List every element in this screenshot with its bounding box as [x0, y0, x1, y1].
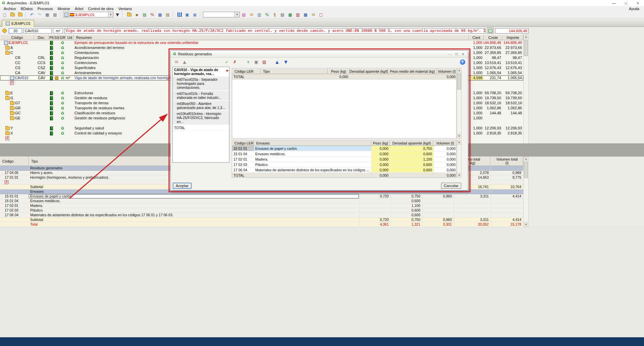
scroll-down-icon[interactable]: ▼ [524, 222, 528, 227]
mat-header-1[interactable]: Tipo [261, 68, 328, 74]
secondary-selector[interactable]: ▼ [203, 12, 240, 17]
envase-row-17 06 04[interactable]: 17 06 04Materiales de aislamiento distin… [232, 167, 456, 173]
job-dropdown-icon[interactable]: ▼ [114, 11, 121, 18]
insert-marker-icon[interactable]: ✗ [10, 81, 14, 85]
confirm-icon[interactable]: ✓ [223, 59, 230, 65]
percent-icon[interactable]: % [149, 11, 156, 18]
code-cell[interactable]: GE [0, 116, 34, 121]
peso-cell[interactable]: 0,000 [371, 151, 390, 156]
envase-name-cell[interactable]: Plástico. [254, 162, 371, 167]
menu-mostrar[interactable]: Mostrar [55, 7, 72, 11]
tipo-cell[interactable]: Materiales de aislamiento distintos de l… [29, 213, 359, 217]
code-cell[interactable]: CAV010 [0, 75, 34, 80]
densidad-cell[interactable]: 0,600 [390, 151, 433, 156]
open-job-icon[interactable] [9, 11, 16, 18]
code-cell[interactable]: E [0, 91, 34, 96]
menu-ayuda[interactable]: Ayuda [626, 7, 643, 11]
tree-header-importe[interactable]: Importe [502, 35, 523, 40]
envase-name-cell[interactable]: Envases de papel y cartón. [254, 146, 371, 151]
scroll-up-icon[interactable]: ▲ [524, 157, 528, 161]
close-button[interactable]: × [632, 0, 644, 6]
window-cascade-icon[interactable]: ▣ [191, 11, 199, 18]
chapter-folder-icon[interactable] [10, 117, 14, 120]
dialog-titlebar[interactable]: ♻ Residuos generados — □ × [171, 51, 468, 58]
peso-cell[interactable]: 0,000 [371, 167, 390, 172]
materials-total-row[interactable]: TOTAL0,0000,000 [232, 74, 456, 80]
chapter-folder-icon[interactable] [10, 107, 14, 110]
peso-cell[interactable]: 0,000 [371, 162, 390, 167]
code-cell[interactable]: C [0, 50, 34, 55]
code-cell[interactable]: GT [0, 101, 34, 106]
scroll-up-icon[interactable]: ▲ [457, 68, 461, 73]
mat-header-2[interactable]: Peso (kg) [328, 68, 350, 74]
chapter-folder-icon[interactable] [5, 51, 10, 55]
code-cell[interactable] [0, 85, 34, 91]
tree-scrollbar[interactable]: ▲ ▼ [523, 35, 529, 157]
move-up-icon[interactable]: ▲ [273, 59, 281, 65]
move-down-icon[interactable]: ▼ [282, 59, 289, 65]
peso-cell[interactable]: 0,000 [371, 157, 390, 162]
dialog-maximize-button[interactable]: □ [453, 52, 460, 56]
bottom-row-Total[interactable]: Total4,3611,3213,30120,05215,178 [0, 222, 523, 227]
chapter-folder-icon[interactable] [5, 92, 10, 95]
insert-marker-icon[interactable]: ✗ [5, 180, 8, 184]
code-cell[interactable]: G [0, 96, 34, 101]
new-document-icon[interactable]: ▢ [1, 11, 8, 18]
certification-icon[interactable]: § [271, 11, 278, 18]
menu-procesos[interactable]: Procesos [35, 7, 55, 11]
tree-row-A[interactable]: A♻Acondicionamiento del terreno1,00022.9… [0, 45, 523, 50]
list-item[interactable]: CAV010 - Viga de atado de hormigón armad… [173, 67, 229, 77]
code-cell[interactable]: EJEMPLO1 [0, 40, 34, 45]
densidad-cell[interactable]: 0,750 [390, 146, 433, 151]
code-cell[interactable]: ✗ [0, 136, 34, 141]
tree-header-doc.[interactable]: Doc. [34, 35, 49, 40]
code-cell[interactable]: X [0, 131, 34, 136]
update-prices-icon[interactable]: % [263, 11, 271, 18]
insert-marker-icon[interactable]: ✗ [5, 136, 9, 140]
save-icon[interactable]: ▦ [44, 11, 51, 18]
envase-name-cell[interactable]: Madera. [254, 157, 371, 162]
code-cell[interactable]: Y [0, 126, 34, 131]
scroll-up-icon[interactable]: ▲ [457, 140, 461, 145]
scroll-down-icon[interactable]: ▼ [457, 134, 461, 138]
list-item[interactable]: TOTAL [173, 125, 229, 131]
description-field[interactable]: Viga de atado de hormigón armado, realiz… [64, 28, 486, 34]
menu-ventana[interactable]: Ventana [116, 7, 134, 11]
code-field[interactable]: CAV010 [23, 28, 52, 34]
env-header-4[interactable]: Volumen (l) [433, 140, 457, 146]
code-cell[interactable]: CS [0, 65, 34, 70]
chart-icon[interactable] [176, 11, 183, 18]
notes-icon[interactable]: ▤ [164, 11, 171, 18]
tipo-cell[interactable]: Total [29, 222, 359, 227]
mail-icon[interactable]: ✉ [310, 11, 317, 18]
bottom-row-17 06 04[interactable]: 17 06 04Materiales de aislamiento distin… [0, 213, 523, 218]
tree-header-ud[interactable]: Ud [66, 35, 74, 40]
code-cell[interactable]: GR [0, 106, 34, 111]
delete-row-icon[interactable]: ▨ [261, 59, 268, 65]
undo-icon[interactable]: ↶ [28, 11, 36, 18]
densidad-cell[interactable]: 0,600 [390, 162, 433, 167]
tipo-cell[interactable]: Envases metálicos. [29, 199, 359, 203]
job-selector[interactable]: EJEMPLO1▼ [63, 12, 113, 17]
densidad-cell[interactable]: 0,600 [390, 167, 433, 172]
env-header-3[interactable]: Densidad aparente (kg/l) [390, 140, 433, 146]
chapter-folder-icon[interactable] [5, 97, 10, 100]
dialog-close-button[interactable]: × [460, 52, 467, 56]
menu-control-de-obra[interactable]: Control de obra [86, 7, 116, 11]
detail-button[interactable] [487, 27, 494, 34]
folder-tree-icon[interactable] [125, 11, 133, 18]
envase-row-15 01 04[interactable]: 15 01 04Envases metálicos.0,0000,6000,00… [232, 151, 456, 157]
envase-name-cell[interactable]: Envases metálicos. [254, 151, 371, 156]
header-volumen-total[interactable]: Volumen total (l) [491, 157, 523, 166]
code-cell[interactable]: CA [0, 70, 34, 75]
densidad-cell[interactable]: 1,100 [390, 157, 433, 162]
lock-icon[interactable]: ▪ [133, 11, 141, 18]
pliego-icon[interactable]: ▤ [141, 11, 148, 18]
tree-row-EJEMPLO1[interactable]: EJEMPLO1♻Ejemplo de presupuesto basado e… [0, 40, 523, 45]
envase-row-15 01 01[interactable]: 15 01 01Envases de papel y cartón.0,0000… [232, 146, 456, 151]
bottom-row-Subtotal[interactable]: Subtotal0,7200,7500,9603,3114,414 [0, 218, 523, 222]
code-cell[interactable]: GC [0, 111, 34, 116]
calculator-icon[interactable]: ▦ [156, 11, 164, 18]
mat-header-5[interactable]: Volumen (l) [437, 68, 457, 74]
chapter-folder-icon[interactable] [5, 127, 10, 130]
